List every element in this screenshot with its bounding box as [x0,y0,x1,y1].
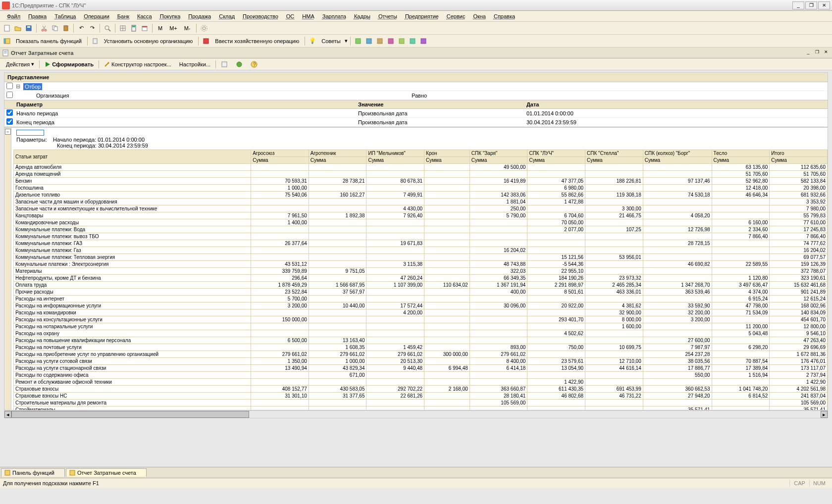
table-row[interactable]: Дизельное топливо75 540,06160 162,277 49… [14,192,828,199]
report7-icon[interactable] [418,36,428,46]
redo-icon[interactable]: ↷ [87,23,97,33]
param-row[interactable]: Начало периода Произвольная дата 01.01.2… [4,109,828,118]
table-row[interactable]: Расходы на нотариальные услуги1 600,0011… [14,323,828,330]
menu-сервис[interactable]: Сервис [443,12,469,20]
show-panel-button[interactable]: Показать панель функций [13,37,85,45]
undo-icon[interactable]: ↶ [76,23,86,33]
bulb-icon[interactable]: 💡 [308,36,317,46]
selected-cell[interactable] [16,130,44,136]
menu-таблица[interactable]: Таблица [51,12,80,20]
table-row[interactable]: Расходы на приобретение услуг по управле… [14,351,828,358]
menu-производство[interactable]: Производство [239,12,282,20]
table-row[interactable]: Расходы по содержанию офиса671,00550,001… [14,372,828,379]
table-row[interactable]: Расходы на охрану4 502,625 043,489 546,1… [14,330,828,337]
menu-продажа[interactable]: Продажа [184,12,215,20]
table-row[interactable]: Аренда автомобиля49 500,0063 135,60112 6… [14,164,828,171]
calc-icon[interactable] [129,23,139,33]
panel-icon[interactable] [2,36,12,46]
collapse-icon[interactable]: ⊟ [14,83,21,90]
table-row[interactable]: Расходы на консультационные услуги150 00… [14,316,828,323]
report1-icon[interactable] [353,36,363,46]
table-row[interactable]: Страховые взносы408 152,77430 583,05292 … [14,386,828,393]
menu-зарплата[interactable]: Зарплата [318,12,350,20]
menu-склад[interactable]: Склад [215,12,239,20]
table-row[interactable]: Стройматериалы35 571,4135 571,41 [14,406,828,411]
open-icon[interactable] [13,23,23,33]
org-icon[interactable] [90,36,100,46]
advice-button[interactable]: Советы [318,37,343,45]
scroll-thumb[interactable] [11,411,249,418]
table-row[interactable]: Коммунальные платежи: Вода2 077,00107,25… [14,226,828,233]
table-row[interactable]: Аренда помещений51 705,6051 705,60 [14,171,828,178]
table-row[interactable]: Бензин70 593,3128 738,2180 678,3116 419,… [14,178,828,185]
actions-button[interactable]: Действия ▾ [3,60,37,68]
menu-операции[interactable]: Операции [80,12,113,20]
cut-icon[interactable] [39,23,49,33]
table-row[interactable]: Расходы на информационные услуги3 200,00… [14,302,828,309]
close-button[interactable]: ✕ [818,1,830,9]
table-row[interactable]: Расходы на услуги сотовой связи1 350,001… [14,358,828,365]
constructor-button[interactable]: Конструктор настроек... [101,60,174,68]
table-row[interactable]: Расходы на услуги стационарной связи13 4… [14,365,828,372]
report-grid[interactable]: − Параметры: Начало периода: 01.01.2014 … [4,127,828,410]
menu-покупка[interactable]: Покупка [156,12,185,20]
table-row[interactable]: Коммунальные платежи: вывоз ТБО7 866,407… [14,233,828,240]
paste-icon[interactable] [61,23,71,33]
table-row[interactable]: Коммунальные платежи: Тепловая энергия15… [14,254,828,261]
enter-op-button[interactable]: Ввести хозяйственную операцию [212,37,302,45]
save-icon[interactable] [24,23,34,33]
table-row[interactable]: Госпошлина1 000,006 980,0012 418,0020 39… [14,185,828,192]
m-button[interactable]: M [155,24,165,32]
m-plus-button[interactable]: M+ [166,24,180,32]
table-row[interactable]: Расходы на почтовые услуги1 608,351 459,… [14,344,828,351]
table-row[interactable]: Командировочные расходы1 400,0070 050,00… [14,219,828,226]
op-icon[interactable] [201,36,211,46]
table-row[interactable]: Материалы339 759,899 751,05322,0322 955,… [14,268,828,275]
window-tab[interactable]: Панель функций [1,468,65,477]
report3-icon[interactable] [375,36,385,46]
copy-icon[interactable] [50,23,60,33]
param-checkbox[interactable] [6,118,13,125]
table-row[interactable]: Коммунальные платежи: Газ16 204,0216 204… [14,247,828,254]
table-row[interactable]: Страховые взносы НС31 301,1031 377,6522 … [14,393,828,400]
doc-close-button[interactable]: ✕ [822,50,830,56]
menu-касса[interactable]: Касса [133,12,156,20]
menu-кадры[interactable]: Кадры [350,12,374,20]
menu-правка[interactable]: Правка [24,12,51,20]
param-checkbox[interactable] [6,109,13,116]
new-icon[interactable] [2,23,12,33]
report4-icon[interactable] [386,36,396,46]
m-minus-button[interactable]: M- [181,24,194,32]
menu-ос[interactable]: ОС [282,12,299,20]
report5-icon[interactable] [397,36,407,46]
menu-нма[interactable]: НМА [298,12,318,20]
table-row[interactable]: Строительные материалы для ремонта105 56… [14,400,828,406]
restore-button[interactable]: ❐ [805,1,817,9]
table-row[interactable]: Нефтепродукты, кроме ДТ и бензина296,644… [14,275,828,282]
settings-button[interactable]: Настройки... [176,60,213,68]
menu-окна[interactable]: Окна [469,12,490,20]
form-button[interactable]: Сформировать [42,60,97,68]
filter-org-checkbox[interactable] [6,92,13,98]
report2-icon[interactable] [364,36,374,46]
report6-icon[interactable] [408,36,417,46]
scroll-right-icon[interactable]: ▸ [821,411,828,418]
outline-toggle[interactable]: − [5,129,11,135]
menu-справка[interactable]: Справка [490,12,519,20]
help-icon[interactable]: ? [248,60,260,69]
gear-icon[interactable] [199,23,209,33]
filter-row-org[interactable]: Организация Равно [4,91,828,100]
tool1-icon[interactable] [218,60,231,69]
param-row[interactable]: Конец периода Произвольная дата 30.04.20… [4,118,828,127]
grid-icon[interactable] [118,23,128,33]
table-row[interactable]: Прочие расходы23 522,8437 567,97400,008 … [14,289,828,296]
horizontal-scrollbar[interactable]: ◂ ▸ [4,410,828,418]
table-row[interactable]: Расходы на командировки4 200,0032 900,00… [14,309,828,316]
table-row[interactable]: Комунальные платежи : Электроэнергия43 5… [14,261,828,268]
scroll-left-icon[interactable]: ◂ [4,411,11,418]
dropdown-icon[interactable]: ▾ [345,38,348,44]
tool2-icon[interactable] [233,60,246,69]
table-row[interactable]: Запасные части для машин и оборудования1… [14,199,828,205]
table-row[interactable]: Ремонт и обслуживание офисной техники1 4… [14,379,828,386]
calendar-icon[interactable] [140,23,150,33]
